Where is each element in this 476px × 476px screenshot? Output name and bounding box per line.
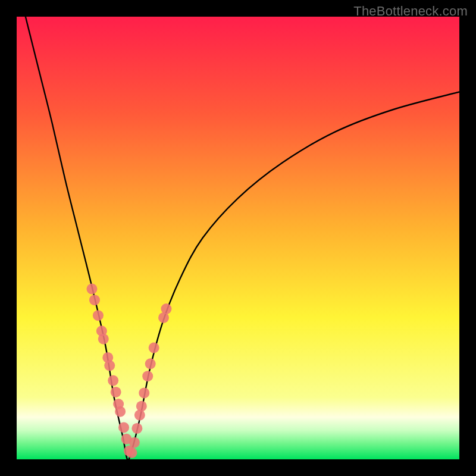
- highlight-dot: [131, 423, 142, 434]
- highlight-dot: [136, 401, 147, 412]
- highlight-dot: [118, 422, 129, 433]
- highlight-dot: [161, 303, 171, 314]
- highlight-dot: [142, 371, 153, 381]
- plot-area: [17, 17, 459, 459]
- highlight-dot: [108, 375, 118, 386]
- highlight-dot: [111, 387, 121, 397]
- highlight-dot: [149, 343, 159, 353]
- watermark-text: TheBottleneck.com: [353, 4, 468, 19]
- highlight-dot: [115, 406, 126, 417]
- highlight-dot: [139, 387, 149, 398]
- highlight-dot: [126, 447, 137, 458]
- chart-frame: TheBottleneck.com: [0, 0, 476, 476]
- highlight-dot: [93, 310, 104, 321]
- highlight-dot: [134, 410, 145, 421]
- bottleneck-curve: [26, 17, 459, 459]
- highlight-dot: [89, 295, 100, 305]
- highlight-dot: [145, 358, 156, 369]
- highlight-dot: [129, 437, 140, 448]
- highlight-dot: [98, 334, 109, 345]
- highlight-dot: [86, 284, 97, 295]
- highlight-dots: [86, 284, 171, 458]
- highlight-dot: [104, 360, 115, 371]
- curve-layer: [17, 17, 459, 459]
